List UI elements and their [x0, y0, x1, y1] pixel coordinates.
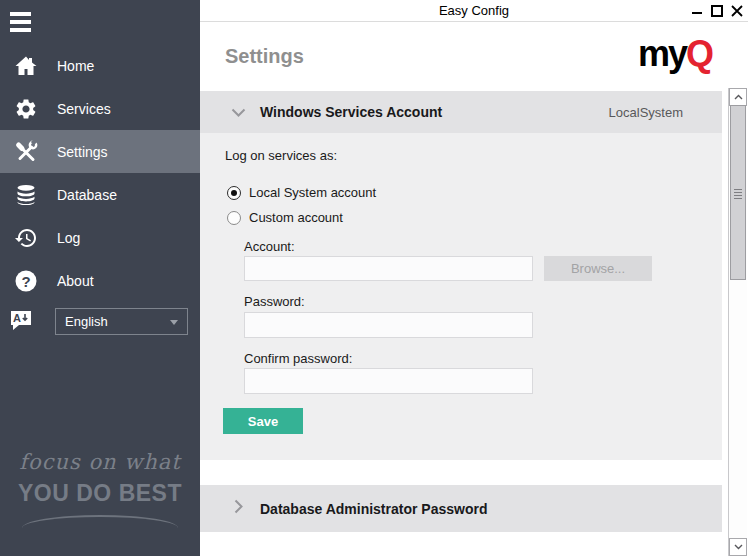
question-icon: ? — [8, 269, 44, 293]
tagline-line2: YOU DO BEST — [18, 480, 182, 507]
language-select[interactable]: English — [55, 308, 188, 335]
radio-local-system[interactable]: Local System account — [227, 185, 376, 200]
vertical-scrollbar[interactable] — [728, 88, 747, 556]
sidebar-item-log[interactable]: Log — [0, 216, 200, 259]
window-controls — [687, 0, 747, 22]
hamburger-menu-icon[interactable] — [10, 12, 31, 32]
logon-label: Log on services as: — [225, 148, 337, 163]
scrollbar-gripper-icon — [734, 189, 742, 201]
account-input[interactable] — [244, 256, 533, 281]
sidebar-item-services[interactable]: Services — [0, 87, 200, 130]
section-header-database-admin[interactable]: Database Administrator Password — [200, 485, 722, 532]
sidebar-item-label: Services — [57, 101, 111, 117]
myq-logo: myQ — [638, 36, 712, 72]
database-icon — [8, 183, 44, 207]
gear-icon — [8, 97, 44, 121]
sidebar-item-about[interactable]: ? About — [0, 259, 200, 302]
maximize-button[interactable] — [707, 0, 727, 22]
sidebar-item-label: Database — [57, 187, 117, 203]
logo-text-my: my — [638, 33, 686, 74]
browse-button[interactable]: Browse... — [544, 256, 652, 281]
language-row: A English — [0, 302, 200, 342]
account-label: Account: — [244, 239, 295, 254]
radio-custom-account[interactable]: Custom account — [227, 210, 343, 225]
password-input[interactable] — [244, 312, 533, 338]
sidebar-item-settings[interactable]: Settings — [0, 130, 200, 173]
sidebar-item-label: Log — [57, 230, 80, 246]
chevron-right-icon — [234, 499, 243, 518]
scroll-up-button[interactable] — [729, 88, 747, 106]
section-title: Database Administrator Password — [260, 501, 487, 517]
sidebar-item-label: About — [57, 273, 94, 289]
tagline-arc — [22, 515, 178, 528]
chevron-down-icon — [231, 103, 246, 121]
logo-text-q: Q — [686, 33, 712, 74]
scrollbar-thumb[interactable] — [730, 105, 746, 280]
sidebar-item-home[interactable]: Home — [0, 44, 200, 87]
chevron-down-icon — [170, 320, 178, 325]
close-button[interactable] — [727, 0, 747, 22]
page-title: Settings — [225, 45, 304, 68]
section-value: LocalSystem — [609, 105, 683, 120]
radio-button-icon — [227, 211, 241, 225]
radio-label: Custom account — [249, 210, 343, 225]
language-select-value: English — [65, 314, 108, 329]
radio-button-icon — [227, 186, 241, 200]
minimize-button[interactable] — [687, 0, 707, 22]
home-icon — [8, 54, 44, 78]
password-label: Password: — [244, 294, 305, 309]
brand-tagline: focus on what YOU DO BEST — [18, 450, 182, 528]
sidebar: Home Services Settings — [0, 0, 200, 556]
sidebar-item-label: Settings — [57, 144, 108, 160]
svg-text:A: A — [13, 312, 21, 324]
section-header-windows-services[interactable]: Windows Services Account LocalSystem — [200, 91, 722, 133]
sidebar-nav: Home Services Settings — [0, 44, 200, 302]
windows-services-panel: Windows Services Account LocalSystem Log… — [200, 91, 722, 460]
section-title: Windows Services Account — [260, 104, 442, 120]
sidebar-item-label: Home — [57, 58, 94, 74]
confirm-password-input[interactable] — [244, 368, 533, 394]
tagline-line1: focus on what — [18, 450, 182, 474]
save-button[interactable]: Save — [223, 408, 303, 434]
window-title: Easy Config — [200, 3, 748, 18]
svg-text:?: ? — [21, 272, 30, 289]
sidebar-item-database[interactable]: Database — [0, 173, 200, 216]
scroll-down-button[interactable] — [729, 538, 747, 556]
history-icon — [8, 226, 44, 250]
titlebar: Easy Config — [200, 0, 748, 22]
radio-label: Local System account — [249, 185, 376, 200]
confirm-password-label: Confirm password: — [244, 351, 352, 366]
tools-icon — [8, 140, 44, 164]
translate-icon: A — [8, 307, 34, 337]
